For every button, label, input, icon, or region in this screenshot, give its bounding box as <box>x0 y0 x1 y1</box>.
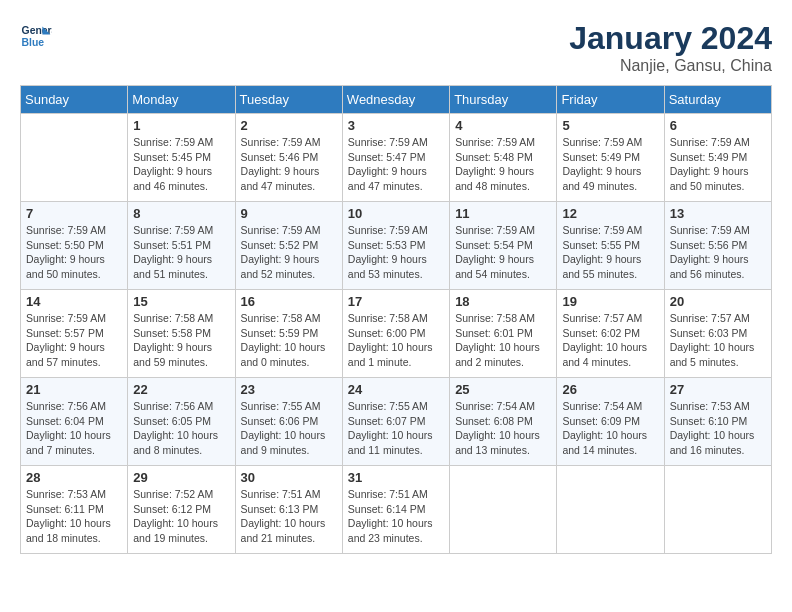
calendar-cell: 19Sunrise: 7:57 AMSunset: 6:02 PMDayligh… <box>557 290 664 378</box>
calendar-cell <box>21 114 128 202</box>
day-info: Sunrise: 7:56 AMSunset: 6:04 PMDaylight:… <box>26 399 122 458</box>
calendar-cell: 24Sunrise: 7:55 AMSunset: 6:07 PMDayligh… <box>342 378 449 466</box>
day-number: 26 <box>562 382 658 397</box>
day-number: 6 <box>670 118 766 133</box>
calendar-cell: 29Sunrise: 7:52 AMSunset: 6:12 PMDayligh… <box>128 466 235 554</box>
day-number: 20 <box>670 294 766 309</box>
days-of-week-row: SundayMondayTuesdayWednesdayThursdayFrid… <box>21 86 772 114</box>
day-number: 3 <box>348 118 444 133</box>
week-row-4: 21Sunrise: 7:56 AMSunset: 6:04 PMDayligh… <box>21 378 772 466</box>
day-info: Sunrise: 7:59 AMSunset: 5:49 PMDaylight:… <box>670 135 766 194</box>
calendar-cell: 13Sunrise: 7:59 AMSunset: 5:56 PMDayligh… <box>664 202 771 290</box>
calendar-cell <box>557 466 664 554</box>
day-info: Sunrise: 7:59 AMSunset: 5:47 PMDaylight:… <box>348 135 444 194</box>
day-info: Sunrise: 7:52 AMSunset: 6:12 PMDaylight:… <box>133 487 229 546</box>
calendar-cell: 26Sunrise: 7:54 AMSunset: 6:09 PMDayligh… <box>557 378 664 466</box>
calendar-cell: 25Sunrise: 7:54 AMSunset: 6:08 PMDayligh… <box>450 378 557 466</box>
day-number: 14 <box>26 294 122 309</box>
day-info: Sunrise: 7:59 AMSunset: 5:54 PMDaylight:… <box>455 223 551 282</box>
day-number: 15 <box>133 294 229 309</box>
day-info: Sunrise: 7:51 AMSunset: 6:14 PMDaylight:… <box>348 487 444 546</box>
calendar-cell: 9Sunrise: 7:59 AMSunset: 5:52 PMDaylight… <box>235 202 342 290</box>
day-info: Sunrise: 7:55 AMSunset: 6:07 PMDaylight:… <box>348 399 444 458</box>
calendar-cell: 17Sunrise: 7:58 AMSunset: 6:00 PMDayligh… <box>342 290 449 378</box>
calendar-cell: 6Sunrise: 7:59 AMSunset: 5:49 PMDaylight… <box>664 114 771 202</box>
day-info: Sunrise: 7:59 AMSunset: 5:57 PMDaylight:… <box>26 311 122 370</box>
day-info: Sunrise: 7:59 AMSunset: 5:56 PMDaylight:… <box>670 223 766 282</box>
calendar-body: 1Sunrise: 7:59 AMSunset: 5:45 PMDaylight… <box>21 114 772 554</box>
calendar-cell: 7Sunrise: 7:59 AMSunset: 5:50 PMDaylight… <box>21 202 128 290</box>
day-number: 24 <box>348 382 444 397</box>
day-number: 18 <box>455 294 551 309</box>
calendar-cell: 2Sunrise: 7:59 AMSunset: 5:46 PMDaylight… <box>235 114 342 202</box>
day-header-monday: Monday <box>128 86 235 114</box>
day-number: 22 <box>133 382 229 397</box>
calendar-cell: 18Sunrise: 7:58 AMSunset: 6:01 PMDayligh… <box>450 290 557 378</box>
day-header-tuesday: Tuesday <box>235 86 342 114</box>
day-info: Sunrise: 7:58 AMSunset: 6:01 PMDaylight:… <box>455 311 551 370</box>
calendar-cell: 22Sunrise: 7:56 AMSunset: 6:05 PMDayligh… <box>128 378 235 466</box>
calendar-cell <box>664 466 771 554</box>
calendar-cell: 28Sunrise: 7:53 AMSunset: 6:11 PMDayligh… <box>21 466 128 554</box>
calendar-cell: 31Sunrise: 7:51 AMSunset: 6:14 PMDayligh… <box>342 466 449 554</box>
svg-text:General: General <box>22 25 52 36</box>
day-info: Sunrise: 7:58 AMSunset: 5:59 PMDaylight:… <box>241 311 337 370</box>
calendar-cell: 12Sunrise: 7:59 AMSunset: 5:55 PMDayligh… <box>557 202 664 290</box>
day-info: Sunrise: 7:59 AMSunset: 5:45 PMDaylight:… <box>133 135 229 194</box>
calendar-cell: 15Sunrise: 7:58 AMSunset: 5:58 PMDayligh… <box>128 290 235 378</box>
day-info: Sunrise: 7:56 AMSunset: 6:05 PMDaylight:… <box>133 399 229 458</box>
day-header-sunday: Sunday <box>21 86 128 114</box>
day-info: Sunrise: 7:51 AMSunset: 6:13 PMDaylight:… <box>241 487 337 546</box>
day-number: 17 <box>348 294 444 309</box>
calendar-header: SundayMondayTuesdayWednesdayThursdayFrid… <box>21 86 772 114</box>
day-info: Sunrise: 7:58 AMSunset: 6:00 PMDaylight:… <box>348 311 444 370</box>
day-header-wednesday: Wednesday <box>342 86 449 114</box>
day-info: Sunrise: 7:55 AMSunset: 6:06 PMDaylight:… <box>241 399 337 458</box>
day-number: 9 <box>241 206 337 221</box>
day-info: Sunrise: 7:58 AMSunset: 5:58 PMDaylight:… <box>133 311 229 370</box>
title-section: January 2024 Nanjie, Gansu, China <box>569 20 772 75</box>
day-info: Sunrise: 7:59 AMSunset: 5:52 PMDaylight:… <box>241 223 337 282</box>
day-info: Sunrise: 7:59 AMSunset: 5:48 PMDaylight:… <box>455 135 551 194</box>
day-number: 28 <box>26 470 122 485</box>
day-number: 4 <box>455 118 551 133</box>
calendar-table: SundayMondayTuesdayWednesdayThursdayFrid… <box>20 85 772 554</box>
calendar-cell: 3Sunrise: 7:59 AMSunset: 5:47 PMDaylight… <box>342 114 449 202</box>
day-number: 25 <box>455 382 551 397</box>
logo-icon: General Blue <box>20 20 52 52</box>
day-number: 29 <box>133 470 229 485</box>
calendar-subtitle: Nanjie, Gansu, China <box>569 57 772 75</box>
day-number: 5 <box>562 118 658 133</box>
day-info: Sunrise: 7:54 AMSunset: 6:08 PMDaylight:… <box>455 399 551 458</box>
day-number: 2 <box>241 118 337 133</box>
day-info: Sunrise: 7:59 AMSunset: 5:55 PMDaylight:… <box>562 223 658 282</box>
day-number: 23 <box>241 382 337 397</box>
day-info: Sunrise: 7:59 AMSunset: 5:51 PMDaylight:… <box>133 223 229 282</box>
day-number: 21 <box>26 382 122 397</box>
day-info: Sunrise: 7:57 AMSunset: 6:03 PMDaylight:… <box>670 311 766 370</box>
calendar-cell: 20Sunrise: 7:57 AMSunset: 6:03 PMDayligh… <box>664 290 771 378</box>
day-number: 12 <box>562 206 658 221</box>
day-info: Sunrise: 7:59 AMSunset: 5:49 PMDaylight:… <box>562 135 658 194</box>
calendar-cell: 8Sunrise: 7:59 AMSunset: 5:51 PMDaylight… <box>128 202 235 290</box>
calendar-title: January 2024 <box>569 20 772 57</box>
calendar-cell: 16Sunrise: 7:58 AMSunset: 5:59 PMDayligh… <box>235 290 342 378</box>
day-info: Sunrise: 7:57 AMSunset: 6:02 PMDaylight:… <box>562 311 658 370</box>
calendar-cell: 27Sunrise: 7:53 AMSunset: 6:10 PMDayligh… <box>664 378 771 466</box>
svg-text:Blue: Blue <box>22 37 45 48</box>
day-number: 31 <box>348 470 444 485</box>
calendar-cell: 4Sunrise: 7:59 AMSunset: 5:48 PMDaylight… <box>450 114 557 202</box>
calendar-cell: 14Sunrise: 7:59 AMSunset: 5:57 PMDayligh… <box>21 290 128 378</box>
day-info: Sunrise: 7:59 AMSunset: 5:46 PMDaylight:… <box>241 135 337 194</box>
logo: General Blue <box>20 20 52 52</box>
day-number: 11 <box>455 206 551 221</box>
calendar-cell: 10Sunrise: 7:59 AMSunset: 5:53 PMDayligh… <box>342 202 449 290</box>
day-info: Sunrise: 7:53 AMSunset: 6:10 PMDaylight:… <box>670 399 766 458</box>
day-number: 8 <box>133 206 229 221</box>
calendar-cell: 21Sunrise: 7:56 AMSunset: 6:04 PMDayligh… <box>21 378 128 466</box>
day-number: 10 <box>348 206 444 221</box>
day-info: Sunrise: 7:54 AMSunset: 6:09 PMDaylight:… <box>562 399 658 458</box>
page-header: General Blue January 2024 Nanjie, Gansu,… <box>20 20 772 75</box>
calendar-cell: 30Sunrise: 7:51 AMSunset: 6:13 PMDayligh… <box>235 466 342 554</box>
week-row-2: 7Sunrise: 7:59 AMSunset: 5:50 PMDaylight… <box>21 202 772 290</box>
